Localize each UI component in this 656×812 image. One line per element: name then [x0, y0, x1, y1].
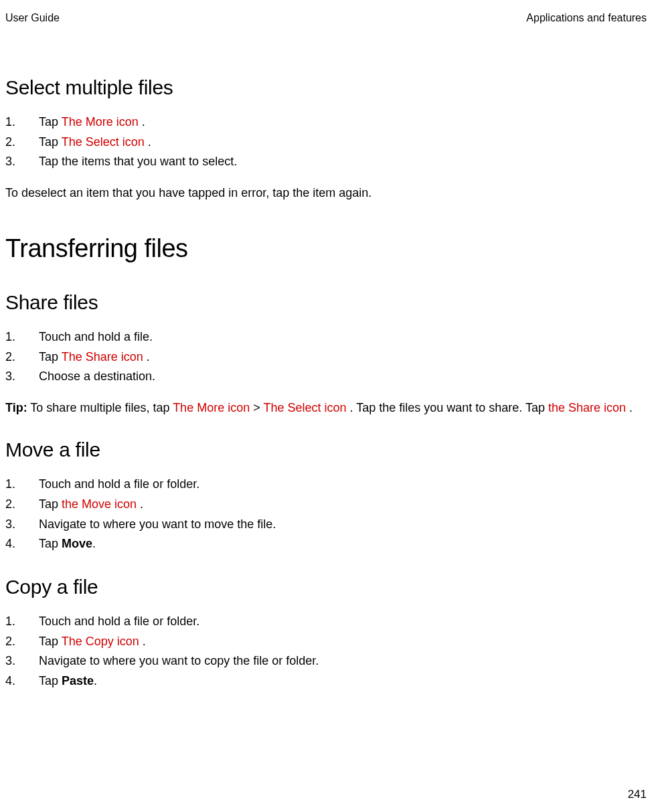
heading-select-multiple: Select multiple files: [5, 76, 647, 99]
list-item: Tap The Copy icon .: [5, 632, 647, 652]
heading-copy-file: Copy a file: [5, 576, 647, 598]
list-item: Touch and hold a file or folder.: [5, 475, 647, 495]
steps-share-files: Touch and hold a file. Tap The Share ico…: [5, 327, 647, 387]
list-item: Tap The More icon .: [5, 112, 647, 133]
page-number: 241: [628, 788, 647, 801]
copy-icon: The Copy icon: [62, 635, 139, 648]
list-item: Tap The Select icon .: [5, 133, 647, 153]
header-right: Applications and features: [526, 12, 647, 24]
heading-share-files: Share files: [5, 291, 647, 314]
select-icon: The Select icon: [62, 135, 145, 149]
list-item: Choose a destination.: [5, 367, 647, 387]
select-icon: The Select icon: [263, 401, 346, 414]
list-item: Tap Move.: [5, 534, 647, 554]
list-item: Navigate to where you want to copy the f…: [5, 651, 647, 671]
section-copy-file: Copy a file Touch and hold a file or fol…: [5, 576, 647, 692]
more-icon: The More icon: [173, 401, 250, 414]
list-item: Tap Paste.: [5, 671, 647, 692]
steps-select-multiple: Tap The More icon . Tap The Select icon …: [5, 112, 647, 172]
page-header: User Guide Applications and features: [5, 12, 647, 24]
section-move-file: Move a file Touch and hold a file or fol…: [5, 438, 647, 554]
share-icon: The Share icon: [62, 350, 143, 363]
list-item: Touch and hold a file.: [5, 327, 647, 347]
note-deselect: To deselect an item that you have tapped…: [5, 184, 647, 202]
section-share-files: Share files Touch and hold a file. Tap T…: [5, 291, 647, 417]
list-item: Tap the items that you want to select.: [5, 152, 647, 172]
heading-move-file: Move a file: [5, 438, 647, 461]
share-icon: the Share icon: [548, 401, 626, 414]
list-item: Touch and hold a file or folder.: [5, 612, 647, 632]
heading-transferring-files: Transferring files: [5, 234, 647, 263]
list-item: Tap The Share icon .: [5, 347, 647, 368]
tip-share-multiple: Tip: To share multiple files, tap The Mo…: [5, 399, 647, 417]
more-icon: The More icon: [62, 115, 139, 129]
section-select-multiple-files: Select multiple files Tap The More icon …: [5, 76, 647, 202]
steps-move-file: Touch and hold a file or folder. Tap the…: [5, 475, 647, 554]
list-item: Tap the Move icon .: [5, 495, 647, 515]
list-item: Navigate to where you want to move the f…: [5, 515, 647, 535]
move-icon: the Move icon: [62, 497, 137, 511]
steps-copy-file: Touch and hold a file or folder. Tap The…: [5, 612, 647, 692]
header-left: User Guide: [5, 12, 60, 24]
